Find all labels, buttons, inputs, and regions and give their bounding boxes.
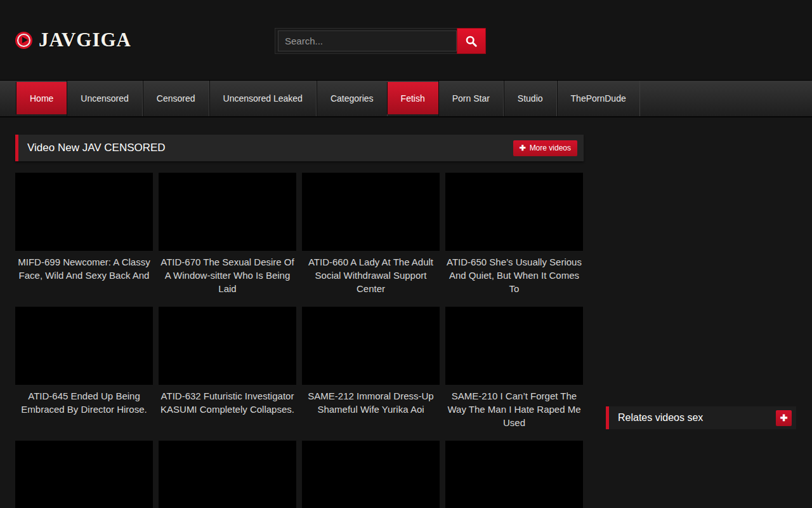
video-thumbnail[interactable]	[159, 173, 296, 251]
nav-item-porn-star[interactable]: Porn Star	[438, 81, 504, 116]
search-icon	[465, 35, 478, 48]
video-card[interactable]: YUJ-055 From The Day I Got	[445, 441, 583, 508]
play-icon	[15, 32, 32, 49]
video-thumbnail[interactable]	[445, 441, 583, 508]
video-card[interactable]: SAME-212 Immoral Dress-Up Shameful Wife …	[302, 307, 440, 429]
video-thumbnail[interactable]	[302, 307, 440, 385]
video-thumbnail[interactable]	[159, 441, 296, 508]
video-card[interactable]: MIFD-699 Newcomer: A Classy Face, Wild A…	[15, 173, 153, 295]
video-card[interactable]: ATID-632 Futuristic Investigator KASUMI …	[159, 307, 296, 429]
video-title[interactable]: ATID-650 She’s Usually Serious And Quiet…	[445, 255, 583, 295]
nav-item-uncensored-leaked[interactable]: Uncensored Leaked	[209, 81, 317, 116]
site-title: JAVGIGA	[39, 29, 131, 51]
main-nav: Home Uncensored Censored Uncensored Leak…	[0, 80, 812, 117]
video-title[interactable]: ATID-645 Ended Up Being Embraced By Dire…	[15, 389, 153, 416]
content-area: Video New JAV CENSORED ✚ More videos MIF…	[0, 117, 812, 508]
nav-item-home[interactable]: Home	[16, 82, 67, 114]
video-thumbnail[interactable]	[15, 173, 153, 251]
video-title[interactable]: ATID-660 A Lady At The Adult Social With…	[302, 255, 440, 295]
video-card[interactable]: ATID-670 The Sexual Desire Of A Window-s…	[159, 173, 296, 295]
video-thumbnail[interactable]	[159, 307, 296, 385]
video-card[interactable]: ATID-660 A Lady At The Adult Social With…	[302, 173, 440, 295]
sidebar: Relates videos sex ✚	[606, 135, 796, 508]
video-thumbnail[interactable]	[15, 441, 153, 508]
more-videos-label: More videos	[530, 144, 571, 152]
site-header: JAVGIGA	[0, 0, 812, 80]
section-title: Video New JAV CENSORED	[27, 142, 513, 154]
sidebar-section-title: Relates videos sex	[618, 412, 776, 424]
video-thumbnail[interactable]	[302, 441, 440, 508]
plus-icon: ✚	[780, 413, 788, 423]
video-thumbnail[interactable]	[15, 307, 153, 385]
video-title[interactable]: ATID-632 Futuristic Investigator KASUMI …	[159, 389, 296, 416]
search-input[interactable]	[278, 30, 457, 51]
section-header: Video New JAV CENSORED ✚ More videos	[15, 135, 584, 161]
sidebar-section-header: Relates videos sex ✚	[606, 406, 796, 429]
video-card[interactable]: ATID-645 Ended Up Being Embraced By Dire…	[15, 307, 153, 429]
video-card[interactable]: SAME-210 I Can’t Forget The Way The Man …	[445, 307, 583, 429]
video-card[interactable]: SAME-208 Schoolgirl Confinement	[15, 441, 153, 508]
video-thumbnail[interactable]	[445, 173, 583, 251]
video-thumbnail[interactable]	[445, 307, 583, 385]
video-card[interactable]: ATID-650 She’s Usually Serious And Quiet…	[445, 173, 583, 295]
video-title[interactable]: MIFD-699 Newcomer: A Classy Face, Wild A…	[15, 255, 153, 282]
video-card[interactable]: YUJ-057 “Let’s Get Married When	[302, 441, 440, 508]
main-column: Video New JAV CENSORED ✚ More videos MIF…	[15, 135, 584, 508]
logo[interactable]: JAVGIGA	[15, 29, 131, 51]
video-card[interactable]: SAME-203 A Story About A Sex-	[159, 441, 296, 508]
search-form	[275, 28, 486, 54]
search-button[interactable]	[457, 28, 486, 54]
nav-item-theporndude[interactable]: ThePornDude	[557, 81, 640, 116]
nav-item-uncensored[interactable]: Uncensored	[67, 81, 143, 116]
nav-item-censored[interactable]: Censored	[143, 81, 209, 116]
plus-icon: ✚	[520, 144, 526, 152]
more-videos-button[interactable]: ✚ More videos	[513, 140, 577, 156]
nav-item-studio[interactable]: Studio	[504, 81, 557, 116]
video-thumbnail[interactable]	[302, 173, 440, 251]
video-title[interactable]: ATID-670 The Sexual Desire Of A Window-s…	[159, 255, 296, 295]
nav-item-categories[interactable]: Categories	[317, 81, 388, 116]
video-title[interactable]: SAME-210 I Can’t Forget The Way The Man …	[445, 389, 583, 429]
video-title[interactable]: SAME-212 Immoral Dress-Up Shameful Wife …	[302, 389, 440, 416]
sidebar-more-button[interactable]: ✚	[776, 410, 792, 426]
nav-item-fetish[interactable]: Fetish	[388, 82, 438, 114]
video-grid: MIFD-699 Newcomer: A Classy Face, Wild A…	[15, 173, 584, 508]
